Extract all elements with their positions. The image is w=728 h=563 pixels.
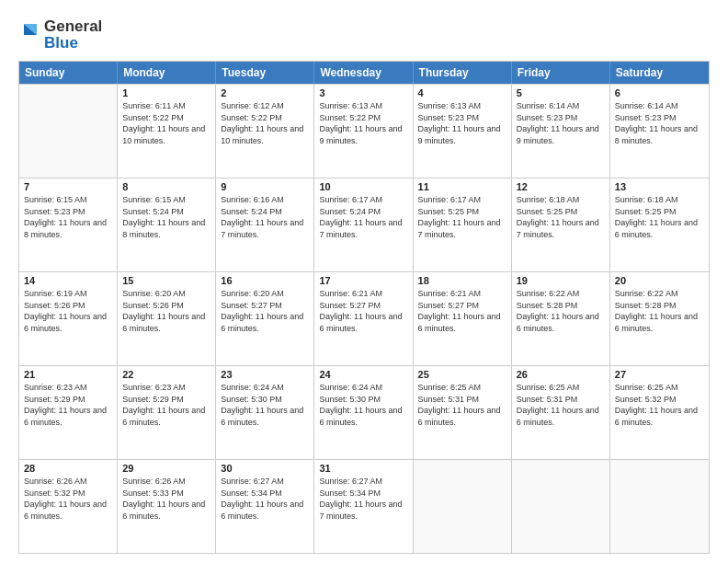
cell-sun-info: Sunrise: 6:26 AM Sunset: 5:33 PM Dayligh…: [122, 476, 210, 522]
cell-sun-info: Sunrise: 6:21 AM Sunset: 5:27 PM Dayligh…: [418, 288, 506, 334]
calendar-body: 1Sunrise: 6:11 AM Sunset: 5:22 PM Daylig…: [19, 84, 709, 553]
calendar-cell: 7Sunrise: 6:15 AM Sunset: 5:23 PM Daylig…: [19, 178, 118, 271]
calendar-cell: 12Sunrise: 6:18 AM Sunset: 5:25 PM Dayli…: [512, 178, 610, 271]
cell-sun-info: Sunrise: 6:13 AM Sunset: 5:22 PM Dayligh…: [319, 100, 407, 146]
calendar-cell: 8Sunrise: 6:15 AM Sunset: 5:24 PM Daylig…: [118, 178, 216, 271]
logo: GeneralBlue: [18, 15, 101, 53]
page: GeneralBlue SundayMondayTuesdayWednesday…: [0, 0, 728, 563]
header-day: Monday: [118, 62, 216, 84]
cell-sun-info: Sunrise: 6:20 AM Sunset: 5:27 PM Dayligh…: [221, 288, 309, 334]
calendar-cell: [19, 85, 118, 178]
calendar-week: 7Sunrise: 6:15 AM Sunset: 5:23 PM Daylig…: [19, 178, 709, 271]
calendar-cell: 6Sunrise: 6:14 AM Sunset: 5:23 PM Daylig…: [610, 85, 709, 178]
calendar-cell: 31Sunrise: 6:27 AM Sunset: 5:34 PM Dayli…: [314, 460, 413, 553]
calendar-cell: 22Sunrise: 6:23 AM Sunset: 5:29 PM Dayli…: [118, 366, 216, 459]
calendar-cell: 17Sunrise: 6:21 AM Sunset: 5:27 PM Dayli…: [314, 272, 413, 365]
cell-day-number: 13: [615, 181, 704, 192]
cell-day-number: 6: [615, 87, 704, 98]
cell-day-number: 23: [221, 369, 309, 380]
cell-sun-info: Sunrise: 6:21 AM Sunset: 5:27 PM Dayligh…: [319, 288, 407, 334]
cell-sun-info: Sunrise: 6:13 AM Sunset: 5:23 PM Dayligh…: [418, 100, 506, 146]
calendar-cell: 15Sunrise: 6:20 AM Sunset: 5:26 PM Dayli…: [118, 272, 216, 365]
cell-day-number: 26: [517, 369, 605, 380]
cell-sun-info: Sunrise: 6:23 AM Sunset: 5:29 PM Dayligh…: [122, 382, 210, 428]
cell-sun-info: Sunrise: 6:18 AM Sunset: 5:25 PM Dayligh…: [517, 194, 605, 240]
cell-day-number: 27: [615, 369, 704, 380]
calendar-cell: 3Sunrise: 6:13 AM Sunset: 5:22 PM Daylig…: [314, 85, 413, 178]
calendar-cell: 11Sunrise: 6:17 AM Sunset: 5:25 PM Dayli…: [414, 178, 512, 271]
calendar-cell: 28Sunrise: 6:26 AM Sunset: 5:32 PM Dayli…: [19, 460, 118, 553]
header-day: Saturday: [610, 62, 709, 84]
cell-sun-info: Sunrise: 6:27 AM Sunset: 5:34 PM Dayligh…: [319, 476, 407, 522]
cell-day-number: 12: [517, 181, 605, 192]
calendar-cell: [512, 460, 610, 553]
calendar-cell: 20Sunrise: 6:22 AM Sunset: 5:28 PM Dayli…: [610, 272, 709, 365]
cell-sun-info: Sunrise: 6:15 AM Sunset: 5:23 PM Dayligh…: [24, 194, 112, 240]
cell-day-number: 7: [24, 181, 112, 192]
cell-sun-info: Sunrise: 6:24 AM Sunset: 5:30 PM Dayligh…: [221, 382, 309, 428]
svg-text:General: General: [44, 17, 101, 35]
cell-day-number: 24: [319, 369, 407, 380]
cell-day-number: 11: [418, 181, 506, 192]
calendar-cell: [414, 460, 512, 553]
calendar-cell: 13Sunrise: 6:18 AM Sunset: 5:25 PM Dayli…: [610, 178, 709, 271]
cell-sun-info: Sunrise: 6:24 AM Sunset: 5:30 PM Dayligh…: [319, 382, 407, 428]
calendar-cell: 25Sunrise: 6:25 AM Sunset: 5:31 PM Dayli…: [414, 366, 512, 459]
cell-day-number: 29: [122, 463, 210, 474]
cell-sun-info: Sunrise: 6:14 AM Sunset: 5:23 PM Dayligh…: [517, 100, 605, 146]
cell-sun-info: Sunrise: 6:17 AM Sunset: 5:25 PM Dayligh…: [418, 194, 506, 240]
cell-sun-info: Sunrise: 6:20 AM Sunset: 5:26 PM Dayligh…: [122, 288, 210, 334]
cell-sun-info: Sunrise: 6:25 AM Sunset: 5:31 PM Dayligh…: [418, 382, 506, 428]
calendar-cell: 29Sunrise: 6:26 AM Sunset: 5:33 PM Dayli…: [118, 460, 216, 553]
calendar-cell: 18Sunrise: 6:21 AM Sunset: 5:27 PM Dayli…: [414, 272, 512, 365]
cell-day-number: 22: [122, 369, 210, 380]
cell-sun-info: Sunrise: 6:23 AM Sunset: 5:29 PM Dayligh…: [24, 382, 112, 428]
calendar-cell: 10Sunrise: 6:17 AM Sunset: 5:24 PM Dayli…: [314, 178, 413, 271]
cell-day-number: 2: [221, 87, 309, 98]
calendar: SundayMondayTuesdayWednesdayThursdayFrid…: [18, 61, 710, 554]
cell-day-number: 21: [24, 369, 112, 380]
cell-day-number: 1: [122, 87, 210, 98]
cell-day-number: 19: [517, 275, 605, 286]
header-day: Thursday: [414, 62, 512, 84]
cell-day-number: 18: [418, 275, 506, 286]
calendar-cell: 5Sunrise: 6:14 AM Sunset: 5:23 PM Daylig…: [512, 85, 610, 178]
calendar-cell: 21Sunrise: 6:23 AM Sunset: 5:29 PM Dayli…: [19, 366, 118, 459]
calendar-cell: 27Sunrise: 6:25 AM Sunset: 5:32 PM Dayli…: [610, 366, 709, 459]
header-day: Tuesday: [216, 62, 314, 84]
cell-day-number: 17: [319, 275, 407, 286]
calendar-cell: 23Sunrise: 6:24 AM Sunset: 5:30 PM Dayli…: [216, 366, 314, 459]
cell-sun-info: Sunrise: 6:26 AM Sunset: 5:32 PM Dayligh…: [24, 476, 112, 522]
cell-day-number: 14: [24, 275, 112, 286]
calendar-cell: 1Sunrise: 6:11 AM Sunset: 5:22 PM Daylig…: [118, 85, 216, 178]
cell-sun-info: Sunrise: 6:27 AM Sunset: 5:34 PM Dayligh…: [221, 476, 309, 522]
cell-day-number: 30: [221, 463, 309, 474]
calendar-cell: 9Sunrise: 6:16 AM Sunset: 5:24 PM Daylig…: [216, 178, 314, 271]
cell-day-number: 31: [319, 463, 407, 474]
cell-sun-info: Sunrise: 6:22 AM Sunset: 5:28 PM Dayligh…: [615, 288, 704, 334]
header-day: Sunday: [19, 62, 118, 84]
calendar-week: 28Sunrise: 6:26 AM Sunset: 5:32 PM Dayli…: [19, 459, 709, 553]
calendar-week: 1Sunrise: 6:11 AM Sunset: 5:22 PM Daylig…: [19, 84, 709, 178]
header-day: Friday: [512, 62, 610, 84]
cell-sun-info: Sunrise: 6:17 AM Sunset: 5:24 PM Dayligh…: [319, 194, 407, 240]
cell-day-number: 5: [517, 87, 605, 98]
cell-sun-info: Sunrise: 6:15 AM Sunset: 5:24 PM Dayligh…: [122, 194, 210, 240]
header-day: Wednesday: [314, 62, 413, 84]
cell-day-number: 15: [122, 275, 210, 286]
cell-sun-info: Sunrise: 6:18 AM Sunset: 5:25 PM Dayligh…: [615, 194, 704, 240]
cell-sun-info: Sunrise: 6:19 AM Sunset: 5:26 PM Dayligh…: [24, 288, 112, 334]
calendar-header: SundayMondayTuesdayWednesdayThursdayFrid…: [19, 62, 709, 84]
cell-sun-info: Sunrise: 6:14 AM Sunset: 5:23 PM Dayligh…: [615, 100, 704, 146]
calendar-cell: [610, 460, 709, 553]
calendar-cell: 16Sunrise: 6:20 AM Sunset: 5:27 PM Dayli…: [216, 272, 314, 365]
cell-sun-info: Sunrise: 6:25 AM Sunset: 5:32 PM Dayligh…: [615, 382, 704, 428]
svg-text:Blue: Blue: [44, 34, 78, 52]
cell-sun-info: Sunrise: 6:22 AM Sunset: 5:28 PM Dayligh…: [517, 288, 605, 334]
cell-day-number: 20: [615, 275, 704, 286]
cell-day-number: 3: [319, 87, 407, 98]
calendar-cell: 4Sunrise: 6:13 AM Sunset: 5:23 PM Daylig…: [414, 85, 512, 178]
cell-sun-info: Sunrise: 6:25 AM Sunset: 5:31 PM Dayligh…: [517, 382, 605, 428]
cell-day-number: 16: [221, 275, 309, 286]
cell-sun-info: Sunrise: 6:12 AM Sunset: 5:22 PM Dayligh…: [221, 100, 309, 146]
